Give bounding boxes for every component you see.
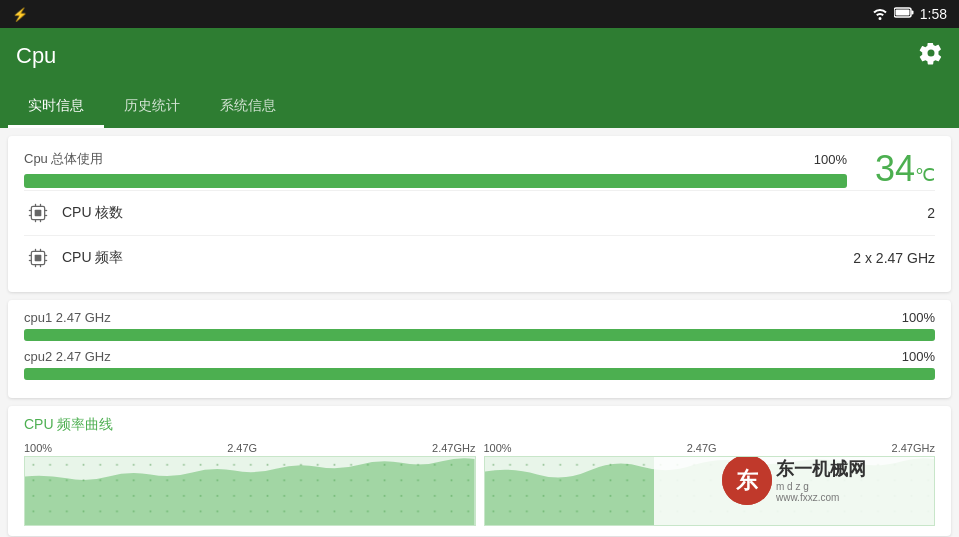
cpu-usage-bar [24, 174, 847, 188]
panel2-right-label: 2.47GHz [892, 442, 935, 454]
core2-name: cpu2 2.47 GHz [24, 349, 111, 364]
temp-unit: ℃ [915, 164, 935, 186]
core1-percent: 100% [902, 310, 935, 325]
freq-icon [24, 244, 52, 272]
svg-rect-4 [35, 210, 42, 217]
chart-panel-1: 100% 2.47G 2.47GHz [24, 442, 476, 526]
core1-bar [24, 329, 935, 341]
cores-icon [24, 199, 52, 227]
chart-container: 100% 2.47G 2.47GHz [24, 442, 935, 526]
svg-rect-1 [895, 10, 909, 16]
watermark-main: 东一机械网 [776, 457, 866, 481]
cpu-cores-section: cpu1 2.47 GHz 100% cpu2 2.47 GHz 100% [8, 300, 951, 398]
watermark: 东 东一机械网 m d z g www.fxxz.com [654, 456, 934, 525]
cpu-cores-item: CPU 核数 2 [24, 190, 935, 235]
chart-canvas-1 [24, 456, 476, 526]
temperature-display: 34 ℃ [859, 148, 935, 190]
core2-row: cpu2 2.47 GHz 100% [24, 349, 935, 380]
panel1-left-label: 100% [24, 442, 52, 454]
chart-canvas-2: 东 东一机械网 m d z g www.fxxz.com [484, 456, 936, 526]
panel1-right-label: 2.47GHz [432, 442, 475, 454]
core1-row: cpu1 2.47 GHz 100% [24, 310, 935, 341]
cpu-usage-fill [24, 174, 847, 188]
cpu-usage-percent: 100% [814, 152, 847, 167]
chart-panel2-labels: 100% 2.47G 2.47GHz [484, 442, 936, 454]
freq-chart-section: CPU 频率曲线 100% 2.47G 2.47GHz [8, 406, 951, 536]
svg-rect-14 [35, 255, 42, 262]
freq-value: 2 x 2.47 GHz [853, 250, 935, 266]
cores-label: CPU 核数 [62, 204, 927, 222]
chart-title: CPU 频率曲线 [24, 416, 935, 434]
wifi-icon [872, 6, 888, 23]
svg-rect-2 [911, 11, 913, 15]
core2-bar [24, 368, 935, 380]
core2-percent: 100% [902, 349, 935, 364]
cores-value: 2 [927, 205, 935, 221]
cpu-usage-label: Cpu 总体使用 [24, 150, 103, 168]
status-bar: ⚡ 1:58 [0, 0, 959, 28]
cpu-usage-card: Cpu 总体使用 100% 34 ℃ [8, 136, 951, 292]
tab-bar: 实时信息 历史统计 系统信息 [0, 84, 959, 128]
time-display: 1:58 [920, 6, 947, 22]
main-content: Cpu 总体使用 100% 34 ℃ [0, 128, 959, 537]
watermark-url: www.fxxz.com [776, 492, 839, 503]
panel2-mid-label: 2.47G [687, 442, 717, 454]
chart-panel-2: 100% 2.47G 2.47GHz [484, 442, 936, 526]
svg-text:东: 东 [736, 468, 759, 493]
temp-value: 34 [875, 148, 915, 190]
title-bar: Cpu [0, 28, 959, 84]
activity-icon: ⚡ [12, 7, 28, 22]
tab-realtime[interactable]: 实时信息 [8, 87, 104, 128]
watermark-logo: 东 [722, 456, 772, 505]
status-bar-left: ⚡ [12, 7, 866, 22]
settings-icon[interactable] [919, 41, 943, 71]
watermark-text: 东一机械网 m d z g www.fxxz.com [776, 457, 866, 503]
battery-icon [894, 6, 914, 22]
tab-sysinfo[interactable]: 系统信息 [200, 87, 296, 128]
panel2-left-label: 100% [484, 442, 512, 454]
cpu-freq-item: CPU 频率 2 x 2.47 GHz [24, 235, 935, 280]
core1-name: cpu1 2.47 GHz [24, 310, 111, 325]
app-title: Cpu [16, 43, 56, 69]
watermark-sub: m d z g [776, 481, 809, 492]
panel1-mid-label: 2.47G [227, 442, 257, 454]
tab-history[interactable]: 历史统计 [104, 87, 200, 128]
freq-label: CPU 频率 [62, 249, 853, 267]
chart-panel1-labels: 100% 2.47G 2.47GHz [24, 442, 476, 454]
